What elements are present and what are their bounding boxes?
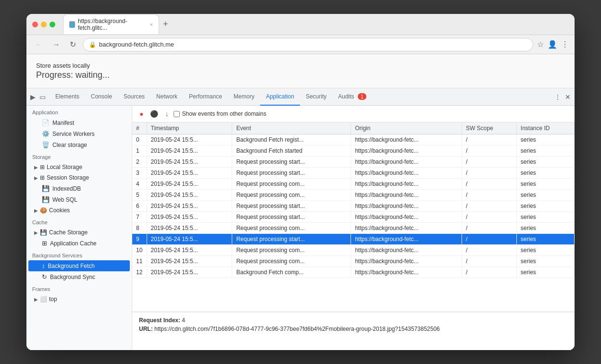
- sidebar-item-background-fetch[interactable]: ↕ Background Fetch: [28, 260, 130, 271]
- address-bar[interactable]: 🔒 background-fetch.glitch.me: [83, 38, 533, 51]
- table-row[interactable]: 32019-05-24 15:5...Request processing st…: [132, 168, 575, 179]
- tab-network[interactable]: Network: [150, 88, 183, 106]
- devtools-more-button[interactable]: ⋮: [552, 91, 563, 103]
- new-tab-button[interactable]: +: [159, 19, 172, 29]
- table-row[interactable]: 12019-05-24 15:5...Background Fetch star…: [132, 146, 575, 157]
- sidebar-item-application-cache[interactable]: ⊞ Application Cache: [28, 238, 130, 249]
- cell-instance-id: series: [516, 190, 574, 201]
- tab-memory[interactable]: Memory: [228, 88, 260, 106]
- device-toolbar-button[interactable]: ▭: [38, 91, 48, 103]
- sidebar-item-top[interactable]: ▶ ⬜ top: [28, 294, 130, 304]
- show-events-checkbox-label[interactable]: Show events from other domains: [174, 110, 266, 117]
- cell-timestamp: 2019-05-24 15:5...: [147, 146, 232, 157]
- table-row[interactable]: 52019-05-24 15:5...Request processing co…: [132, 190, 575, 201]
- table-row[interactable]: 22019-05-24 15:5...Request processing st…: [132, 157, 575, 168]
- cell-timestamp: 2019-05-24 15:5...: [147, 234, 232, 245]
- cell-event: Background Fetch comp...: [232, 267, 351, 278]
- reload-button[interactable]: ↻: [67, 39, 79, 50]
- expand-arrow-cache-storage: ▶: [34, 230, 38, 235]
- sidebar-item-local-storage[interactable]: ▶ ⊞ Local Storage: [28, 162, 130, 172]
- back-button[interactable]: ←: [32, 39, 46, 50]
- cell-origin: https://background-fetc...: [351, 168, 462, 179]
- sidebar-item-web-sql[interactable]: 💾 Web SQL: [28, 194, 130, 205]
- detail-request-index: Request Index: 4: [139, 317, 568, 324]
- download-button[interactable]: ↓: [163, 109, 170, 119]
- table-row[interactable]: 92019-05-24 15:5...Request processing st…: [132, 234, 575, 245]
- tab-console[interactable]: Console: [85, 88, 118, 106]
- forward-button[interactable]: →: [50, 39, 63, 50]
- cell-sw-scope: /: [462, 245, 516, 256]
- table-row[interactable]: 72019-05-24 15:5...Request processing st…: [132, 212, 575, 223]
- cell-num: 3: [132, 168, 147, 179]
- tab-elements[interactable]: Elements: [50, 88, 85, 106]
- table-row[interactable]: 42019-05-24 15:5...Request processing co…: [132, 179, 575, 190]
- show-events-checkbox[interactable]: [174, 111, 180, 117]
- minimize-window-button[interactable]: [41, 22, 47, 27]
- sidebar-item-indexeddb[interactable]: 💾 IndexedDB: [28, 183, 130, 194]
- sidebar-item-clear-storage[interactable]: 🗑️ Clear storage: [28, 139, 130, 150]
- maximize-window-button[interactable]: [50, 22, 55, 27]
- cookies-icon: 🍪: [40, 207, 47, 214]
- browser-tab[interactable]: 🌐 https://background-fetch.glitc... ×: [63, 14, 159, 34]
- record-button[interactable]: ●: [138, 109, 145, 119]
- sidebar-item-cookies[interactable]: ▶ 🍪 Cookies: [28, 205, 130, 216]
- tab-performance[interactable]: Performance: [183, 88, 228, 106]
- cell-sw-scope: /: [462, 223, 516, 234]
- devtools-close-button[interactable]: ✕: [563, 91, 573, 103]
- page-label: Store assets locally: [36, 62, 565, 69]
- cell-instance-id: series: [516, 267, 574, 278]
- sidebar-item-session-storage[interactable]: ▶ ⊞ Session Storage: [28, 172, 130, 183]
- sidebar-label-local-storage: Local Storage: [47, 164, 82, 170]
- menu-button[interactable]: ⋮: [561, 40, 569, 49]
- section-storage: Storage: [26, 150, 132, 162]
- col-header-origin: Origin: [351, 122, 462, 134]
- sidebar-item-manifest[interactable]: 📄 Manifest: [28, 117, 130, 128]
- tab-close-button[interactable]: ×: [150, 22, 153, 27]
- cell-event: Request processing start...: [232, 212, 351, 223]
- profile-button[interactable]: 👤: [548, 40, 557, 49]
- cell-origin: https://background-fetc...: [351, 146, 462, 157]
- cell-origin: https://background-fetc...: [351, 134, 462, 146]
- cell-instance-id: series: [516, 223, 574, 234]
- sidebar-item-service-workers[interactable]: ⚙️ Service Workers: [28, 128, 130, 139]
- sidebar-label-service-workers: Service Workers: [52, 131, 95, 137]
- sidebar-item-background-sync[interactable]: ↻ Background Sync: [28, 271, 130, 282]
- cell-num: 12: [132, 267, 147, 278]
- cell-origin: https://background-fetc...: [351, 212, 462, 223]
- data-table-wrap: # Timestamp Event Origin SW Scope Instan…: [132, 122, 575, 312]
- frame-icon: ⬜: [40, 296, 47, 303]
- cell-sw-scope: /: [462, 212, 516, 223]
- tab-sources[interactable]: Sources: [118, 88, 150, 106]
- cell-timestamp: 2019-05-24 15:5...: [147, 256, 232, 267]
- cell-timestamp: 2019-05-24 15:5...: [147, 245, 232, 256]
- section-background-services: Background Services: [26, 249, 132, 260]
- cell-event: Request processing com...: [232, 223, 351, 234]
- page-preview: Store assets locally Progress: waiting..…: [26, 54, 575, 88]
- sidebar-item-cache-storage[interactable]: ▶ 💾 Cache Storage: [28, 227, 130, 238]
- tab-application[interactable]: Application: [260, 88, 300, 106]
- tab-audits[interactable]: Audits 1: [332, 88, 372, 106]
- show-events-label: Show events from other domains: [182, 110, 266, 117]
- table-row[interactable]: 62019-05-24 15:5...Request processing st…: [132, 201, 575, 212]
- table-row[interactable]: 102019-05-24 15:5...Request processing c…: [132, 245, 575, 256]
- expand-arrow-local-storage: ▶: [34, 165, 38, 170]
- stop-button[interactable]: ⚫: [149, 109, 160, 119]
- cell-origin: https://background-fetc...: [351, 245, 462, 256]
- bookmark-button[interactable]: ☆: [537, 40, 544, 49]
- indexeddb-icon: 💾: [42, 185, 50, 192]
- inspect-element-button[interactable]: ▶: [28, 91, 38, 103]
- table-row[interactable]: 112019-05-24 15:5...Request processing c…: [132, 256, 575, 267]
- cell-sw-scope: /: [462, 190, 516, 201]
- table-row[interactable]: 82019-05-24 15:5...Request processing co…: [132, 223, 575, 234]
- table-row[interactable]: 02019-05-24 15:5...Background Fetch regi…: [132, 134, 575, 146]
- cell-sw-scope: /: [462, 134, 516, 146]
- close-window-button[interactable]: [32, 22, 38, 27]
- table-body: 02019-05-24 15:5...Background Fetch regi…: [132, 134, 575, 278]
- devtools-sidebar: Application 📄 Manifest ⚙️ Service Worker…: [26, 106, 132, 350]
- table-row[interactable]: 122019-05-24 15:5...Background Fetch com…: [132, 267, 575, 278]
- cell-num: 7: [132, 212, 147, 223]
- local-storage-icon: ⊞: [40, 164, 45, 170]
- tab-security[interactable]: Security: [300, 88, 332, 106]
- sidebar-label-indexeddb: IndexedDB: [52, 185, 81, 192]
- cell-instance-id: series: [516, 168, 574, 179]
